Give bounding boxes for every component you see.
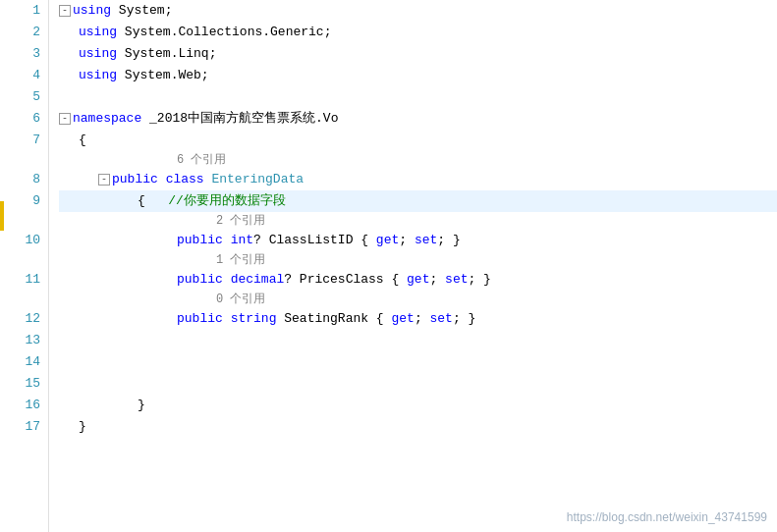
code-line-7: {	[59, 130, 777, 151]
code-line-13	[59, 330, 777, 351]
line-numbers: 1 2 3 4 5 6 7 8 9 10 11 12 13 14 15 16 1…	[0, 0, 49, 532]
meta-line-11: 1 个引用	[59, 251, 777, 269]
code-line-9: { //你要用的数据字段	[59, 190, 777, 212]
code-line-11: public decimal? PricesClass { get; set; …	[59, 269, 777, 291]
code-line-16: }	[59, 395, 777, 416]
code-line-2: using System.Collections.Generic;	[59, 22, 777, 43]
code-area[interactable]: - using System; using System.Collections…	[49, 0, 777, 532]
watermark: https://blog.csdn.net/weixin_43741599	[567, 510, 767, 524]
code-editor: 1 2 3 4 5 6 7 8 9 10 11 12 13 14 15 16 1…	[0, 0, 777, 532]
code-line-12: public string SeatingRank { get; set; }	[59, 308, 777, 330]
code-line-15	[59, 373, 777, 395]
code-line-14	[59, 351, 777, 373]
collapse-1[interactable]: -	[59, 5, 71, 17]
code-line-17: }	[59, 416, 777, 438]
code-line-5	[59, 86, 777, 108]
code-line-8: - public class EnteringData	[59, 169, 777, 190]
code-line-10: public int? ClassListID { get; set; }	[59, 230, 777, 251]
code-line-3: using System.Linq;	[59, 43, 777, 65]
yellow-bar	[0, 201, 4, 231]
meta-line-12: 0 个引用	[59, 291, 777, 308]
collapse-8[interactable]: -	[98, 174, 110, 186]
meta-line-8: 6 个引用	[59, 151, 777, 169]
meta-line-10: 2 个引用	[59, 212, 777, 230]
code-line-1: - using System;	[59, 0, 777, 22]
code-line-6: - namespace _2018中国南方航空售票系统.Vo	[59, 108, 777, 130]
code-line-4: using System.Web;	[59, 65, 777, 86]
collapse-6[interactable]: -	[59, 113, 71, 125]
